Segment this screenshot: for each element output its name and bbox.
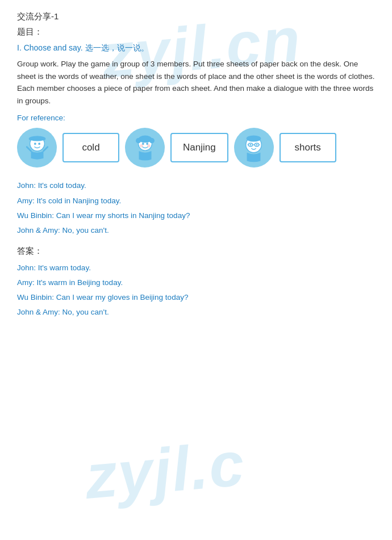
dialogue-line-2: Amy: It's cold in Nanjing today. [17,194,375,208]
wubinbin-avatar [234,128,274,168]
section-header: I. Choose and say. 选一选，说一说。 [17,43,375,53]
dialogue-section: John: It's cold today. Amy: It's cold in… [17,179,375,237]
answer-label: 答案： [17,246,375,257]
svg-point-20 [250,144,252,146]
main-title: 交流分享-1 [17,11,375,22]
watermark-bottom: zyjl.c [82,427,248,513]
answer-line-2: Amy: It's warm in Beijing today. [17,276,375,290]
svg-point-11 [140,144,143,148]
instruction-text: Group work. Play the game in group of 3 … [17,58,375,107]
reference-label: For reference: [17,114,375,122]
answer-section: 答案： John: It's warm today. Amy: It's war… [17,246,375,320]
shorts-card: shorts [280,133,336,162]
john-avatar [17,128,57,168]
cold-card: cold [62,133,119,162]
svg-point-14 [247,135,261,141]
svg-point-3 [34,143,36,145]
dialogue-line-3: Wu Binbin: Can I wear my shorts in Nanji… [17,209,375,223]
dialogue-line-4: John & Amy: No, you can't. [17,224,375,237]
svg-point-10 [146,143,148,145]
svg-point-7 [136,138,141,143]
svg-point-8 [149,138,154,143]
title-section: 交流分享-1 [17,11,375,22]
subject-label: 题目： [17,27,375,37]
svg-point-9 [142,143,144,145]
answer-line-3: Wu Binbin: Can I wear my gloves in Beiji… [17,291,375,304]
svg-point-4 [38,143,40,145]
svg-point-21 [256,144,258,146]
answer-line-1: John: It's warm today. [17,261,375,275]
answer-line-4: John & Amy: No, you can't. [17,305,375,319]
svg-rect-2 [28,137,45,140]
svg-point-12 [147,144,151,148]
cards-row: cold [17,128,375,168]
dialogue-line-1: John: It's cold today. [17,179,375,192]
amy-avatar [125,128,165,168]
nanjing-card: Nanjing [170,133,228,162]
